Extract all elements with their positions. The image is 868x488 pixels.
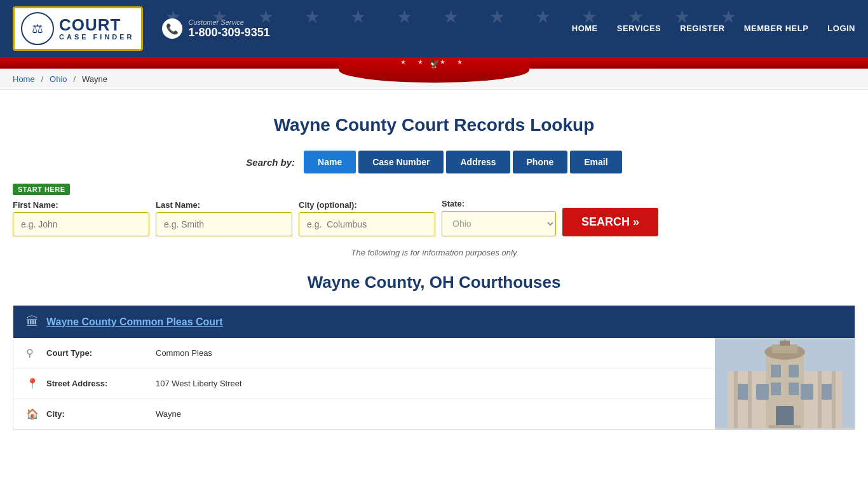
street-address-value: 107 West Liberty Street [156, 379, 242, 388]
breadcrumb-sep-1: / [41, 74, 44, 84]
court-type-icon: ⚲ [26, 347, 39, 359]
city-icon: 🏠 [26, 408, 39, 420]
state-label: State: [442, 199, 556, 208]
svg-rect-9 [771, 365, 781, 377]
search-button[interactable]: SEARCH » [562, 208, 658, 236]
start-here-badge: START HERE [13, 184, 70, 195]
nav-register[interactable]: REGISTER [680, 24, 724, 34]
svg-rect-17 [818, 371, 822, 428]
courthouse-building-svg [715, 339, 855, 428]
ribbon-stars-right: ★ ★ [440, 58, 468, 65]
state-select[interactable]: Ohio [442, 211, 556, 236]
svg-rect-14 [769, 425, 801, 428]
first-name-input[interactable] [13, 212, 149, 236]
ribbon-eagle: 🦅 [429, 58, 440, 69]
city-label: City (optional): [299, 200, 435, 210]
logo-emblem: ⚖ [21, 12, 54, 45]
phone-area: 📞 Customer Service 1-800-309-9351 [162, 18, 270, 39]
tab-email[interactable]: Email [570, 151, 621, 173]
main-nav: HOME SERVICES REGISTER MEMBER HELP LOGIN [572, 24, 855, 34]
street-address-label: Street Address: [46, 379, 148, 388]
search-by-label: Search by: [246, 157, 295, 168]
svg-rect-4 [772, 344, 797, 353]
tab-phone[interactable]: Phone [513, 151, 568, 173]
phone-text: Customer Service 1-800-309-9351 [189, 18, 270, 39]
info-note: The following is for information purpose… [13, 248, 855, 257]
form-fields: First Name: Last Name: City (optional): … [13, 199, 855, 236]
svg-rect-16 [748, 371, 752, 428]
phone-number: 1-800-309-9351 [189, 26, 270, 39]
state-group: State: Ohio [442, 199, 556, 236]
tab-name[interactable]: Name [304, 151, 356, 173]
nav-member-help[interactable]: MEMBER HELP [744, 24, 809, 34]
logo-text: COURT CASE FINDER [59, 17, 135, 41]
first-name-group: First Name: [13, 200, 149, 236]
page-title: Wayne County Court Records Lookup [13, 115, 855, 135]
svg-rect-13 [776, 406, 794, 428]
courthouse-info: ⚲ Court Type: Common Pleas 📍 Street Addr… [13, 338, 715, 430]
svg-rect-11 [771, 383, 781, 395]
breadcrumb-current: Wayne [82, 74, 107, 84]
court-type-row: ⚲ Court Type: Common Pleas [13, 338, 715, 369]
courthouse-name-link[interactable]: Wayne County Common Pleas Court [46, 316, 223, 328]
breadcrumb-sep-2: / [73, 74, 76, 84]
svg-rect-12 [789, 383, 799, 395]
svg-rect-6 [756, 384, 769, 400]
main-content: Wayne County Court Records Lookup Search… [0, 90, 868, 430]
nav-services[interactable]: SERVICES [617, 24, 661, 34]
first-name-label: First Name: [13, 200, 149, 210]
courthouse-image [715, 338, 855, 430]
court-type-label: Court Type: [46, 348, 148, 358]
ribbon-stars-left: ★ ★ [400, 58, 429, 65]
svg-rect-15 [734, 371, 738, 428]
logo-area: ⚖ COURT CASE FINDER [13, 6, 143, 51]
svg-rect-10 [789, 365, 799, 377]
svg-rect-7 [801, 384, 813, 400]
city-group: City (optional): [299, 200, 435, 236]
tab-address[interactable]: Address [446, 151, 510, 173]
address-icon: 📍 [26, 377, 39, 390]
logo-link[interactable]: ⚖ COURT CASE FINDER [13, 6, 143, 51]
street-address-row: 📍 Street Address: 107 West Liberty Stree… [13, 369, 715, 399]
courthouse-body: ⚲ Court Type: Common Pleas 📍 Street Addr… [13, 338, 855, 430]
last-name-label: Last Name: [156, 200, 292, 210]
city-row-value: Wayne [156, 409, 181, 419]
courthouse-card: 🏛 Wayne County Common Pleas Court ⚲ Cour… [13, 305, 855, 430]
courthouse-icon: 🏛 [26, 315, 39, 329]
logo-case-finder-text: CASE FINDER [59, 33, 135, 41]
search-by-row: Search by: Name Case Number Address Phon… [13, 151, 855, 173]
ribbon-arc: ★ ★ 🦅 ★ ★ [339, 57, 529, 83]
nav-login[interactable]: LOGIN [827, 24, 855, 34]
city-row-label: City: [46, 409, 148, 419]
ribbon-bar: ★ ★ 🦅 ★ ★ [0, 57, 868, 69]
tab-case-number[interactable]: Case Number [358, 151, 444, 173]
last-name-group: Last Name: [156, 200, 292, 236]
last-name-input[interactable] [156, 212, 292, 236]
breadcrumb-ohio[interactable]: Ohio [50, 74, 67, 84]
phone-icon: 📞 [162, 18, 182, 39]
svg-rect-18 [832, 371, 836, 428]
city-row: 🏠 City: Wayne [13, 399, 715, 430]
site-header: ⚖ COURT CASE FINDER 📞 Customer Service 1… [0, 0, 868, 57]
customer-service-label: Customer Service [189, 18, 270, 26]
courthouse-header: 🏛 Wayne County Common Pleas Court [13, 306, 855, 338]
breadcrumb-home[interactable]: Home [13, 74, 35, 84]
city-input[interactable] [299, 212, 435, 236]
nav-home[interactable]: HOME [572, 24, 598, 34]
search-form-area: START HERE First Name: Last Name: City (… [13, 184, 855, 236]
courthouses-title: Wayne County, OH Courthouses [13, 273, 855, 292]
logo-court-text: COURT [59, 17, 135, 33]
court-type-value: Common Pleas [156, 348, 212, 358]
